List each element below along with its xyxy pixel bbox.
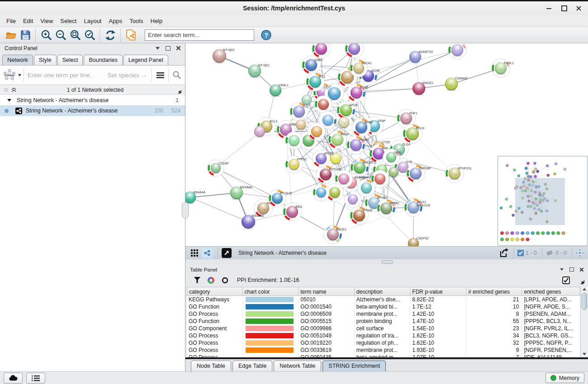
string-query-input[interactable] [24, 71, 108, 79]
cloud-tasks-button[interactable] [4, 373, 23, 384]
table-row[interactable]: GO ProcessGO:0006509membrane prot...1.42… [187, 310, 580, 318]
menu-item-apps[interactable]: Apps [105, 16, 126, 26]
scrollbar-thumb[interactable] [582, 293, 587, 310]
network-canvas[interactable]: MT-ND2MT-ND1VSNL1GAB2ADAMTS2PVRL2TOMM40S… [185, 43, 588, 246]
menu-item-file[interactable]: File [3, 16, 19, 26]
network-node-apoe[interactable]: APOE [337, 101, 358, 120]
column-header-fdr-p-value[interactable]: FDR p-value [410, 287, 466, 296]
ring-chart-icon[interactable] [221, 276, 229, 284]
birdseye-view[interactable] [498, 156, 588, 246]
column-header-term-name[interactable]: term name [299, 287, 355, 296]
network-node[interactable] [371, 170, 389, 188]
search-input[interactable] [145, 29, 254, 41]
tab-boundaries[interactable]: Boundaries [84, 55, 122, 65]
grid-view-button[interactable] [189, 248, 200, 258]
table-row[interactable]: GO ComponentGO:0009986cell surface1.54E-… [187, 325, 580, 332]
string-options-button[interactable] [152, 67, 168, 83]
memory-button[interactable]: Memory [545, 373, 584, 383]
set-species-link[interactable]: Set species → [108, 72, 147, 79]
tab-network-table[interactable]: Network Table [274, 361, 321, 371]
network-node-tomm40[interactable]: TOMM40 [445, 77, 468, 91]
tab-network[interactable]: Network [2, 55, 33, 65]
tab-select[interactable]: Select [57, 55, 83, 65]
horizontal-splitter[interactable] [185, 259, 588, 264]
table-row[interactable]: GO FunctionGO:0001540beta-amyloid bi...1… [187, 303, 580, 310]
minimap-viewport[interactable] [515, 178, 565, 225]
close-button[interactable] [572, 1, 585, 15]
network-node-cadps2[interactable]: CADPS2 [408, 237, 429, 246]
gear-icon[interactable] [174, 86, 181, 94]
network-collection-row[interactable]: String Network - Alzheimer's disease 1 [0, 95, 185, 105]
network-node-cd2ap[interactable]: CD2AP [208, 160, 229, 177]
panel-menu-caret-icon[interactable] [156, 47, 160, 50]
network-node[interactable] [338, 117, 349, 129]
table-row[interactable]: GO ProcessGO:0019220regulation of ph...1… [187, 339, 580, 347]
table-row[interactable]: GO FunctionGO:0005515protein binding1.47… [187, 318, 580, 325]
network-node[interactable] [448, 43, 467, 60]
tab-node-table[interactable]: Node Table [191, 361, 231, 371]
column-header-enriched-genes[interactable]: enriched genes [522, 287, 580, 296]
maximize-button[interactable] [557, 1, 571, 15]
export-network-button[interactable] [498, 248, 509, 258]
string-view-button[interactable] [202, 248, 213, 258]
float-panel-icon[interactable] [569, 267, 574, 272]
column-header-description[interactable]: description [355, 287, 411, 296]
task-history-button[interactable] [26, 373, 45, 384]
zoom-out-button[interactable] [53, 28, 68, 42]
network-node-ms4a4e[interactable]: MS4A4E [242, 214, 265, 229]
network-node-ms4a6a[interactable]: MS4A6A [230, 186, 252, 200]
network-node-prnp[interactable]: PRNP [328, 131, 350, 149]
network-row[interactable]: String Network - Alzheimer's disease 100… [0, 105, 185, 116]
network-node-ppp5c[interactable]: PPP5C [285, 156, 307, 173]
network-node[interactable] [345, 191, 361, 208]
network-node-tardbp[interactable]: TARDBP [407, 164, 432, 183]
network-node-bin1[interactable]: BIN1 [283, 203, 303, 221]
network-node[interactable] [285, 132, 303, 150]
network-node-vsnl1[interactable]: VSNL1 [270, 84, 289, 97]
network-node[interactable] [315, 96, 332, 113]
network-node[interactable] [308, 123, 326, 140]
panel-menu-caret-icon[interactable] [560, 268, 564, 271]
string-source-dropdown[interactable]: STRING [0, 69, 24, 81]
network-node-smug1[interactable]: SMUG1 [413, 81, 433, 96]
tab-style[interactable]: Style [34, 55, 57, 65]
zoom-selected-button[interactable] [82, 28, 97, 42]
network-node-gab2[interactable]: GAB2 [302, 56, 323, 75]
network-node[interactable] [389, 167, 398, 178]
tab-edge-table[interactable]: Edge Table [232, 361, 272, 371]
collapse-all-icon[interactable] [4, 88, 9, 92]
close-panel-icon[interactable] [176, 46, 180, 50]
network-node-mthfd1l[interactable]: MTHFD1L [446, 164, 472, 183]
column-header-chart-color[interactable]: chart color [243, 287, 299, 296]
panel-splitter-handle[interactable] [182, 202, 189, 218]
open-session-button[interactable] [4, 28, 18, 42]
gear-icon[interactable] [576, 276, 584, 284]
network-from-file-button[interactable] [124, 28, 138, 42]
string-search-button[interactable] [169, 67, 185, 83]
menu-item-select[interactable]: Select [57, 16, 80, 26]
chart-color-donut-icon[interactable] [207, 276, 215, 284]
menu-item-view[interactable]: View [37, 16, 57, 26]
menu-item-tools[interactable]: Tools [126, 16, 147, 26]
pan-compass-icon[interactable] [575, 248, 584, 258]
scroll-up-icon[interactable] [581, 286, 588, 292]
menu-item-layout[interactable]: Layout [80, 16, 105, 26]
filter-icon[interactable] [194, 276, 201, 284]
table-row[interactable]: GO ProcessGO:0033619membrane prot...1.93… [187, 347, 580, 354]
column-header-category[interactable]: category [187, 287, 243, 296]
column-header-enriched-genes[interactable]: # enriched genes [466, 287, 522, 296]
network-node-reln[interactable]: RELN [403, 124, 424, 144]
zoom-fit-button[interactable] [68, 28, 82, 42]
scroll-down-icon[interactable] [581, 351, 588, 357]
network-node-pvrl2[interactable]: PVRL2 [492, 59, 514, 78]
network-node-mt-nd1[interactable]: MT-ND1 [248, 64, 270, 78]
selected-checkbox-icon[interactable] [517, 250, 524, 256]
tab-string-enrichment[interactable]: STRING Enrichment [322, 361, 386, 371]
hidden-eye-icon[interactable] [545, 249, 554, 257]
zoom-in-button[interactable] [39, 28, 53, 42]
tab-legend-panel[interactable]: Legend Panel [123, 55, 168, 65]
table-row[interactable]: GO ProcessGO:0051049regulation of tra...… [187, 332, 580, 339]
help-button[interactable]: ? [259, 28, 273, 42]
network-node[interactable] [254, 126, 265, 138]
network-node[interactable] [345, 43, 364, 58]
